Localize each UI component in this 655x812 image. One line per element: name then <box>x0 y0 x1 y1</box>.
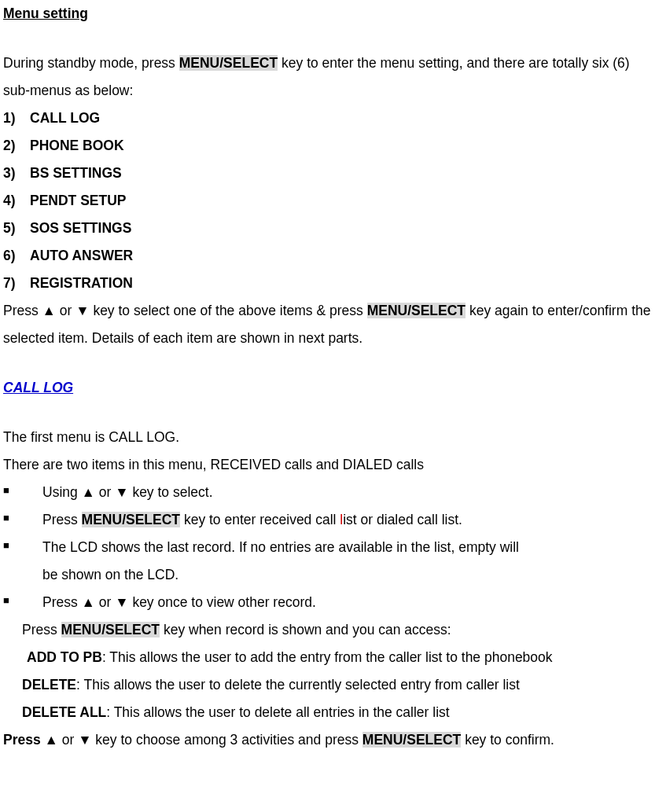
square-bullet-icon: ■ <box>3 506 42 534</box>
list-label: SOS SETTINGS <box>30 215 131 242</box>
final-mid: ▲ or ▼ key to choose among 3 activities … <box>45 732 362 748</box>
delete-label: DELETE <box>22 677 76 693</box>
record-access-line: Press MENU/SELECT key when record is sho… <box>3 616 652 644</box>
bullet-spacer <box>3 561 42 589</box>
record-text-a: Press <box>22 622 61 637</box>
add-to-pb-text: : This allows the user to add the entry … <box>102 649 553 665</box>
delete-text: : This allows the user to delete the cur… <box>76 677 520 693</box>
menu-select-key: MENU/SELECT <box>61 622 160 637</box>
bullet-text: The LCD shows the last record. If no ent… <box>42 534 652 561</box>
delete-all-text: : This allows the user to delete all ent… <box>106 704 449 720</box>
final-bold-a: Press <box>3 732 45 748</box>
menu-select-key: MENU/SELECT <box>367 303 465 318</box>
press-text-a: Press ▲ or ▼ key to select one of the ab… <box>3 303 367 318</box>
list-number: 2) <box>3 132 30 160</box>
intro-text-a: During standby mode, press <box>3 55 179 71</box>
list-item: 6)AUTO ANSWER <box>3 242 652 270</box>
bullet-text: be shown on the LCD. <box>42 561 652 589</box>
bullet-list: ■ Using ▲ or ▼ key to select. ■ Press ME… <box>3 479 652 616</box>
add-to-pb-label: ADD TO PB <box>27 649 102 665</box>
bullet-continuation: be shown on the LCD. <box>3 561 652 589</box>
delete-line: DELETE: This allows the user to delete t… <box>3 671 652 699</box>
section-heading: Menu setting <box>3 0 652 28</box>
bullet-item: ■ Press MENU/SELECT key to enter receive… <box>3 506 652 534</box>
bullet-text-a: Press <box>42 512 82 527</box>
list-label: BS SETTINGS <box>30 160 122 187</box>
delete-all-line: DELETE ALL: This allows the user to dele… <box>3 699 652 726</box>
list-label: AUTO ANSWER <box>30 242 133 270</box>
final-instruction: Press ▲ or ▼ key to choose among 3 activ… <box>3 726 652 754</box>
record-text-b: key when record is shown and you can acc… <box>160 622 451 637</box>
final-text-b: key to confirm. <box>461 732 554 748</box>
list-item: 4)PENDT SETUP <box>3 187 652 215</box>
bullet-text: Press MENU/SELECT key to enter received … <box>42 506 652 534</box>
bullet-text-c: ist or dialed call list. <box>343 512 462 527</box>
press-instruction: Press ▲ or ▼ key to select one of the ab… <box>3 297 652 352</box>
list-label: CALL LOG <box>30 105 100 132</box>
menu-select-key: MENU/SELECT <box>362 732 461 748</box>
call-log-first: The first menu is CALL LOG. <box>3 424 652 451</box>
square-bullet-icon: ■ <box>3 534 42 561</box>
bullet-text-b: key to enter received call <box>180 512 340 527</box>
delete-all-label: DELETE ALL <box>22 704 106 720</box>
bullet-item: ■ Press ▲ or ▼ key once to view other re… <box>3 589 652 616</box>
menu-select-key: MENU/SELECT <box>179 55 278 71</box>
list-number: 1) <box>3 105 30 132</box>
bullet-item: ■ The LCD shows the last record. If no e… <box>3 534 652 561</box>
call-log-two-items: There are two items in this menu, RECEIV… <box>3 451 652 479</box>
add-to-pb-line: ADD TO PB: This allows the user to add t… <box>3 644 652 671</box>
bullet-item: ■ Using ▲ or ▼ key to select. <box>3 479 652 506</box>
list-number: 7) <box>3 270 30 297</box>
square-bullet-icon: ■ <box>3 589 42 616</box>
list-label: REGISTRATION <box>30 270 133 297</box>
bullet-text: Press ▲ or ▼ key once to view other reco… <box>42 589 652 616</box>
bullet-text: Using ▲ or ▼ key to select. <box>42 479 652 506</box>
list-item: 5)SOS SETTINGS <box>3 215 652 242</box>
list-number: 3) <box>3 160 30 187</box>
list-item: 2)PHONE BOOK <box>3 132 652 160</box>
menu-select-key: MENU/SELECT <box>82 512 180 527</box>
list-item: 7)REGISTRATION <box>3 270 652 297</box>
call-log-heading: CALL LOG <box>3 374 652 402</box>
list-label: PENDT SETUP <box>30 187 127 215</box>
intro-paragraph: During standby mode, press MENU/SELECT k… <box>3 50 652 105</box>
submenu-list: 1)CALL LOG 2)PHONE BOOK 3)BS SETTINGS 4)… <box>3 105 652 297</box>
list-item: 3)BS SETTINGS <box>3 160 652 187</box>
list-label: PHONE BOOK <box>30 132 124 160</box>
list-number: 4) <box>3 187 30 215</box>
list-number: 5) <box>3 215 30 242</box>
list-item: 1)CALL LOG <box>3 105 652 132</box>
list-number: 6) <box>3 242 30 270</box>
square-bullet-icon: ■ <box>3 479 42 506</box>
